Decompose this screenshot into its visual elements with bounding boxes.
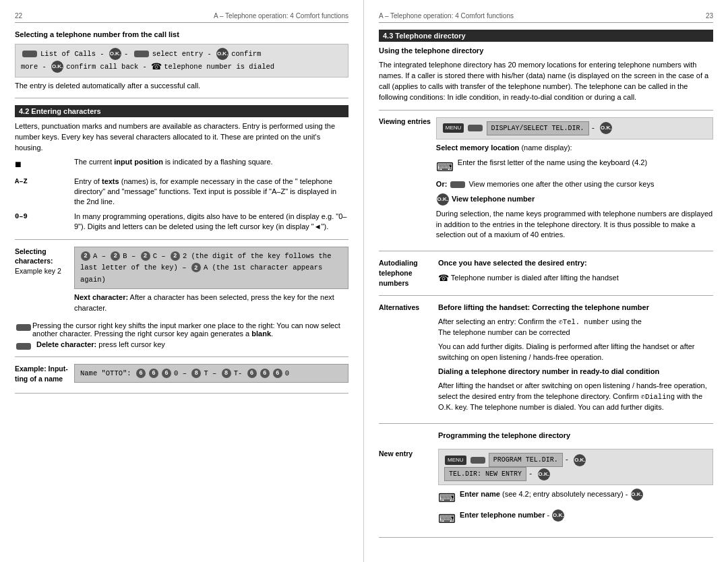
name-example-content: Name "OTTO": 6 6 6 0 – 8 T – 8 T- 6 6 6 …	[74, 364, 348, 386]
left-page-header: 22 A – Telephone operation: 4 Comfort fu…	[15, 12, 348, 23]
num2-icon3: 2	[141, 251, 150, 261]
enter-number-row: ⌨ Enter telephone number - O.K.	[438, 509, 713, 528]
or-text: Or: View memories one after the other us…	[436, 179, 713, 190]
keyboard-icon: ⌨	[436, 160, 454, 174]
left-page-number: 22	[15, 12, 22, 20]
new-entry-box1: MENU PROGRAM TEL.DIR. - O.K. TEL.DIR: NE…	[438, 449, 713, 485]
az-label: A–Z	[15, 177, 69, 208]
display-text3: TEL.DIR: NEW ENTRY	[444, 467, 526, 481]
ok-btn-ne3: O.K.	[631, 489, 643, 501]
divider-r1	[379, 110, 713, 111]
view-number-text: O.K. View telephone number	[436, 193, 713, 206]
auto-delete-text: The entry is deleted automatically after…	[15, 81, 348, 92]
num2-icon5: 2	[191, 263, 201, 272]
enter-first-text: Enter the fisrst letter of the name usin…	[458, 157, 647, 168]
divider4	[15, 393, 348, 394]
alternatives-para1: After selecting an entry: Confirm the ✆T…	[438, 317, 713, 338]
name-example-label: Example: Input-ting of a name	[15, 364, 69, 386]
name-example-box: Name "OTTO": 6 6 6 0 – 8 T – 8 T- 6 6 6 …	[74, 364, 348, 383]
right-page-number: 23	[706, 12, 713, 20]
divider1	[15, 98, 348, 98]
n8-1: 8	[191, 369, 201, 378]
d09-text: In many programming operations, digits a…	[74, 212, 348, 232]
cursor-left-icon-bullet	[15, 342, 32, 350]
ok-btn-ne2: O.K.	[538, 468, 550, 480]
new-entry-line1: MENU PROGRAM TEL.DIR. - O.K.	[444, 453, 707, 467]
left-page: 22 A – Telephone operation: 4 Comfort fu…	[0, 0, 364, 562]
calllist-line2: more - O.K. confirm call back - ☎ teleph…	[21, 60, 342, 73]
ok-btn-viewing: O.K.	[600, 122, 612, 134]
entering-para1: Letters, punctuation marks and numbers a…	[15, 121, 348, 154]
phone-icon: ☎	[151, 60, 162, 73]
new-entry-content: MENU PROGRAM TEL.DIR. - O.K. TEL.DIR: NE…	[438, 449, 713, 530]
section43-title: 4.3 Telephone directory	[379, 30, 713, 42]
viewing-para: During selection, the name keys programm…	[436, 209, 713, 241]
calllist-line1: List of Calls - O.K. - select entry - O.…	[21, 48, 342, 60]
keyboard-icon3: ⌨	[438, 512, 456, 526]
select-memory-text: Select memory location (name display):	[436, 143, 713, 154]
divider2	[15, 239, 348, 240]
new-entry-row: New entry MENU PROGRAM TEL.DIR. - O.K. T…	[379, 449, 713, 530]
enter-name-row: ⌨ Enter name (see 4.2; entry absolutely …	[438, 489, 713, 507]
enter-number-text: Enter telephone number - O.K.	[460, 509, 565, 522]
viewing-row: Viewing entries MENU DISPLAY/SELECT TEL.…	[379, 117, 713, 245]
num2-icon2: 2	[111, 251, 120, 261]
num2-icon1: 2	[81, 251, 90, 261]
chars-example-box: 2 A – 2 B – 2 C – 2 2 (the digit of the …	[74, 247, 348, 289]
ok-button-icon2: O.K.	[216, 48, 229, 60]
dialing-bold: Dialing a telephone directory number in …	[438, 367, 713, 377]
dialing-para: After lifting the handset or after switc…	[438, 381, 713, 413]
selecting-calllist-section: Selecting a telephone number from the ca…	[15, 30, 348, 91]
menu-icon2: MENU	[445, 456, 466, 465]
menu-icon: MENU	[443, 123, 464, 133]
ok-button-icon3: O.K.	[51, 61, 63, 73]
new-entry-line2: TEL.DIR: NEW ENTRY - O.K.	[444, 467, 707, 481]
alternatives-label: Alternatives	[379, 303, 433, 416]
display-text: DISPLAY/SELECT TEL.DIR.	[487, 121, 589, 135]
programming-row: Programming the telephone directory	[379, 431, 713, 445]
keyboard-icon-bullet: ⌨	[436, 158, 454, 177]
enter-name-text: Enter name (see 4.2; entry absolutely ne…	[460, 489, 644, 501]
cursor-right-text: Pressing the cursor right key shifts the…	[32, 321, 348, 338]
using-para: The integrated telephone directory has 2…	[379, 60, 713, 103]
selecting-chars-label: Selecting characters: Example key 2	[15, 247, 69, 317]
divider-r4	[379, 423, 713, 424]
programming-content: Programming the telephone directory	[438, 431, 713, 445]
az-row: A–Z Entry of texts (names) is, for examp…	[15, 177, 348, 208]
cursor-left-row: Delete character: press left cursor key	[15, 340, 348, 350]
input-position-label: ■	[15, 157, 69, 172]
calllist-instruction: List of Calls - O.K. - select entry - O.…	[15, 44, 348, 77]
n6-4: 6	[247, 369, 257, 378]
programming-bold: Programming the telephone directory	[438, 431, 713, 441]
phone-icon-auto: ☎	[438, 272, 449, 285]
divider-r5	[379, 537, 713, 538]
num2-icon4: 2	[171, 251, 180, 261]
cursor-right-icon	[16, 324, 31, 331]
n6-3: 6	[162, 369, 171, 378]
delete-char-text: Delete character: press left cursor key	[36, 340, 165, 348]
autodialing-content: Once you have selected the desired entry…	[438, 258, 713, 288]
next-char-text: Next character: After a character has be…	[74, 292, 348, 314]
az-text: Entry of texts (names) is, for example n…	[74, 177, 348, 208]
name-example-row: Example: Input-ting of a name Name "OTTO…	[15, 364, 348, 386]
n6-2: 6	[149, 369, 158, 378]
using-title: Using the telephone directory	[379, 46, 713, 57]
alternatives-para2: You can add further digits. Dialing is p…	[438, 342, 713, 363]
cursor-right-row: Pressing the cursor right key shifts the…	[15, 321, 348, 338]
divider-r2	[379, 251, 713, 251]
autodialing-row: Autodialing telephone numbers Once you h…	[379, 258, 713, 288]
right-page-header: A – Telephone operation: 4 Comfort funct…	[379, 12, 713, 23]
d09-row: 0–9 In many programming operations, digi…	[15, 212, 348, 232]
n6-5: 6	[260, 369, 270, 378]
lr-cursor-icon2	[471, 457, 485, 464]
input-position-text: The current input position is indicated …	[74, 157, 348, 172]
autodialing-text: ☎ Telephone number is dialed after lifti…	[438, 272, 713, 285]
section42-title: 4.2 Entering characters	[15, 105, 348, 117]
enter-first-row: ⌨ Enter the fisrst letter of the name us…	[436, 157, 713, 177]
n8-2: 8	[222, 369, 231, 378]
keyboard-icon3-bullet: ⌨	[438, 511, 456, 528]
n6-6: 6	[273, 369, 282, 378]
input-position-row: ■ The current input position is indicate…	[15, 157, 348, 172]
divider3	[15, 356, 348, 357]
lr-cursor-icon	[468, 125, 483, 131]
